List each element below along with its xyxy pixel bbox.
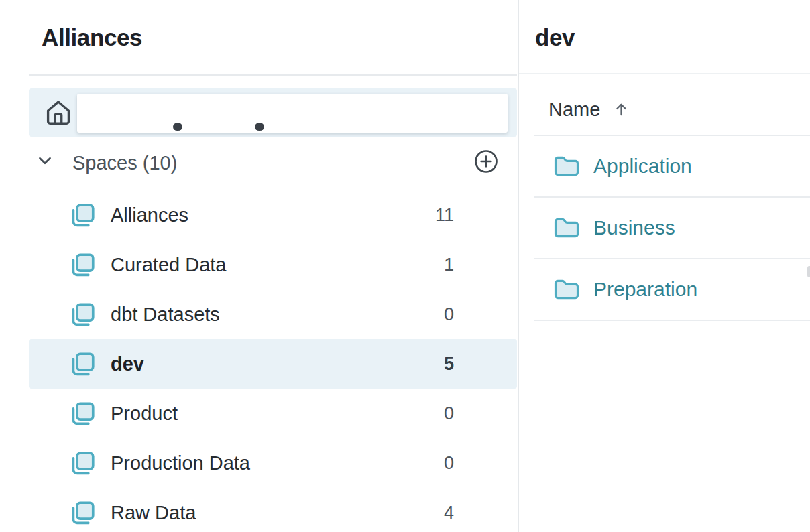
name-column-label: Name [548,98,600,121]
space-icon [68,350,97,379]
folder-table: Application Business Preparation [534,136,810,321]
space-icon [68,300,97,330]
sidebar-item-count: 4 [444,503,454,523]
folder-icon [552,276,581,303]
sidebar-item-count: 1 [444,255,454,275]
folder-link[interactable]: Application [593,155,692,178]
sidebar-item-count: 0 [444,403,454,424]
sidebar-item-count: 5 [444,354,454,375]
spaces-section-label: Spaces (10) [72,152,177,174]
page-title: dev [535,24,575,51]
sidebar-item-label: Product [111,403,178,425]
sidebar-item-dev[interactable]: dev 5 [29,339,517,389]
folder-icon [552,214,581,241]
table-row[interactable]: Application [534,136,810,198]
folder-link[interactable]: Preparation [593,278,697,301]
sidebar-item-curated-data[interactable]: Curated Data 1 [29,240,517,289]
space-icon [68,399,97,429]
sidebar-item-label: Raw Data [111,502,196,524]
sidebar-item-alliances[interactable]: Alliances 11 [29,190,517,240]
clipped-edge-element [807,266,810,277]
table-row[interactable]: Business [534,198,810,259]
redacted-text-overlay [77,94,508,133]
space-icon [68,251,97,280]
home-nav-row[interactable] [29,88,517,137]
spaces-section-header: Spaces (10) [29,145,517,182]
table-row[interactable]: Preparation [534,259,810,321]
home-icon [44,96,72,131]
sidebar-item-dbt-datasets[interactable]: dbt Datasets 0 [29,289,517,339]
sidebar-title-divider [29,74,517,76]
space-icon [68,498,97,528]
name-column-header[interactable]: Name [548,96,629,123]
folder-icon [552,153,581,180]
space-contents-panel: dev Name Application B [518,0,810,532]
space-icon [68,449,97,478]
sidebar-item-count: 11 [435,205,454,226]
sidebar-item-label: Curated Data [111,254,227,276]
sidebar-title: Alliances [42,24,142,51]
sidebar-item-label: Production Data [111,452,250,474]
redaction-text-remnant [255,123,264,131]
sidebar-item-label: dev [111,353,144,375]
panel-divider [519,73,810,74]
sidebar-item-label: dbt Datasets [111,304,220,326]
sidebar-item-product[interactable]: Product 0 [29,389,517,438]
folder-link[interactable]: Business [593,216,675,239]
sidebar-item-label: Alliances [111,204,188,226]
sidebar-item-count: 0 [444,304,454,325]
spaces-sidebar: Alliances Spaces (10) [0,0,518,532]
sidebar-item-count: 0 [444,453,454,474]
space-icon [68,201,97,230]
chevron-down-icon[interactable] [36,152,56,172]
redaction-text-remnant [173,123,182,131]
add-space-button[interactable] [473,148,500,175]
sidebar-item-raw-data[interactable]: Raw Data 4 [29,488,517,532]
arrow-up-icon [614,101,629,118]
spaces-list: Alliances 11 Curated Data 1 dbt Datasets [29,190,517,532]
sidebar-item-production-data[interactable]: Production Data 0 [29,438,517,488]
